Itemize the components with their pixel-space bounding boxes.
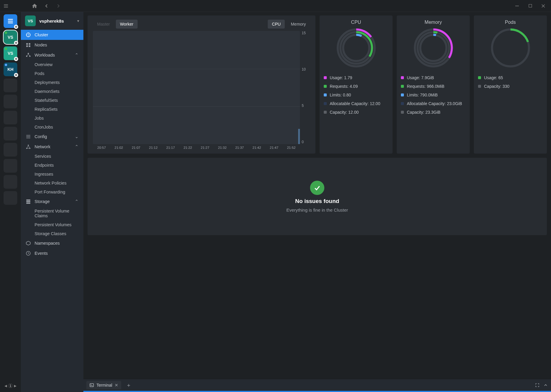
svg-point-41 xyxy=(343,35,369,61)
tab-master[interactable]: Master xyxy=(93,20,114,29)
svg-point-29 xyxy=(26,148,27,149)
svg-rect-16 xyxy=(26,43,28,45)
nav-label: Events xyxy=(35,251,48,256)
config-icon xyxy=(26,134,31,139)
svg-marker-37 xyxy=(26,241,30,245)
metric-title: CPU xyxy=(324,20,388,25)
helm-icon xyxy=(26,32,31,38)
nav-storage-classes[interactable]: Storage Classes xyxy=(21,229,83,238)
cluster-badge: VS xyxy=(25,15,36,26)
nav-workloads[interactable]: Workloads ⌃ xyxy=(21,50,83,60)
memory-donut xyxy=(401,28,466,68)
svg-rect-9 xyxy=(8,23,13,24)
hotbar-cluster-kh[interactable]: KH ⚙ xyxy=(4,63,17,76)
nav-network-portforward[interactable]: Port Forwarding xyxy=(21,188,83,196)
svg-point-28 xyxy=(28,145,29,146)
hotbar-empty-slot[interactable] xyxy=(4,95,17,108)
terminal-tab[interactable]: Terminal ✕ xyxy=(86,381,121,389)
cpu-panel: CPU Usage: 1.79Requests: 4.09Limits: 0.8… xyxy=(320,15,393,154)
nav-namespaces[interactable]: Namespaces xyxy=(21,238,83,248)
svg-rect-34 xyxy=(26,199,30,201)
hotbar-cluster-vs[interactable]: VS ⚙ xyxy=(4,30,17,44)
nav-events[interactable]: Events xyxy=(21,248,83,258)
nav-workloads-replicasets[interactable]: ReplicaSets xyxy=(21,105,83,114)
svg-point-11 xyxy=(28,35,29,35)
hotbar-label: VS xyxy=(8,35,13,40)
nav-storage-pvc[interactable]: Persistent Volume Claims xyxy=(21,207,83,220)
svg-rect-25 xyxy=(26,135,30,136)
minimize-button[interactable] xyxy=(512,2,522,10)
namespaces-icon xyxy=(26,240,31,246)
metric-title: Pods xyxy=(478,20,543,25)
hotbar-empty-slot[interactable] xyxy=(4,111,17,124)
add-tab-button[interactable]: ＋ xyxy=(124,382,133,389)
nav-workloads-overview[interactable]: Overview xyxy=(21,60,83,69)
nav-workloads-cronjobs[interactable]: CronJobs xyxy=(21,123,83,132)
nav-cluster[interactable]: Cluster xyxy=(21,30,83,40)
nav-network-policies[interactable]: Network Policies xyxy=(21,179,83,188)
chart-xaxis: 20:5721:0221:0721:1221:1721:2221:2721:32… xyxy=(93,146,300,149)
nav-workloads-deployments[interactable]: Deployments xyxy=(21,78,83,87)
sidebar: VS vspherek8s ▾ Cluster Nodes Workloads … xyxy=(21,12,83,392)
svg-line-23 xyxy=(27,54,29,56)
nav-storage[interactable]: Storage ⌃ xyxy=(21,196,83,207)
chart-yaxis: 151050 xyxy=(300,31,310,144)
hotbar-empty-slot[interactable] xyxy=(4,127,17,140)
chevron-up-icon: ⌃ xyxy=(75,199,79,204)
nav-label: Cluster xyxy=(35,32,48,37)
svg-point-47 xyxy=(420,35,446,61)
hotbar-empty-slot[interactable] xyxy=(4,175,17,189)
tab-worker[interactable]: Worker xyxy=(116,20,138,29)
nav-network-endpoints[interactable]: Endpoints xyxy=(21,161,83,170)
nav-workloads-daemonsets[interactable]: DaemonSets xyxy=(21,87,83,96)
nav-network-ingresses[interactable]: Ingresses xyxy=(21,170,83,179)
chart-panel: Master Worker CPU Memory 151050 20:5721:… xyxy=(88,15,315,154)
svg-rect-8 xyxy=(8,21,13,22)
home-icon[interactable] xyxy=(31,2,38,10)
hotbar-empty-slot[interactable] xyxy=(4,159,17,173)
nav-label: Namespaces xyxy=(35,241,60,246)
cluster-selector[interactable]: VS vspherek8s ▾ xyxy=(21,12,83,30)
forward-icon[interactable] xyxy=(55,2,62,10)
menu-icon[interactable] xyxy=(2,2,10,10)
memory-panel: Memory Usage: 7.9GiBRequests: 966.0MiBLi… xyxy=(397,15,470,154)
hotbar-empty-slot[interactable] xyxy=(4,191,17,205)
hotbar-label: KH xyxy=(7,67,13,72)
tab-memory[interactable]: Memory xyxy=(287,20,310,29)
close-icon[interactable]: ✕ xyxy=(115,383,118,388)
chevron-down-icon: ▾ xyxy=(77,18,79,23)
hotbar-cluster-vs2[interactable]: VS ⚙ xyxy=(4,46,17,60)
back-icon[interactable] xyxy=(43,2,50,10)
hotbar-empty-slot[interactable] xyxy=(4,143,17,157)
pods-panel: Pods Usage: 65Capacity: 330 xyxy=(474,15,547,154)
close-button[interactable] xyxy=(538,2,549,10)
maximize-button[interactable] xyxy=(525,2,536,10)
tab-cpu[interactable]: CPU xyxy=(268,20,285,29)
hotbar-label: VS xyxy=(8,51,13,56)
nav-label: Network xyxy=(35,144,50,149)
chevron-up-icon[interactable] xyxy=(543,383,548,388)
pager-next[interactable]: ▶ xyxy=(13,384,17,388)
nav-workloads-statefulsets[interactable]: StatefulSets xyxy=(21,96,83,105)
nav-storage-pv[interactable]: Persistent Volumes xyxy=(21,220,83,229)
nav-nodes[interactable]: Nodes xyxy=(21,40,83,50)
events-icon xyxy=(26,251,31,256)
hotbar-empty-slot[interactable] xyxy=(4,79,17,92)
svg-rect-36 xyxy=(26,203,30,204)
nav-config[interactable]: Config ⌄ xyxy=(21,132,83,142)
network-icon xyxy=(26,144,31,149)
gear-icon: ⚙ xyxy=(14,57,18,61)
nav-network-services[interactable]: Services xyxy=(21,152,83,161)
nav-network[interactable]: Network ⌃ xyxy=(21,142,83,152)
fullscreen-icon[interactable] xyxy=(535,383,540,388)
svg-point-22 xyxy=(29,56,31,57)
check-icon xyxy=(310,181,324,195)
pager-prev[interactable]: ◀ xyxy=(4,384,7,388)
hotbar-catalog[interactable]: ⚙ xyxy=(4,14,17,28)
nav-workloads-jobs[interactable]: Jobs xyxy=(21,114,83,123)
chevron-down-icon: ⌄ xyxy=(75,134,79,139)
cluster-name: vspherek8s xyxy=(39,18,64,24)
nav-label: Storage xyxy=(35,199,50,204)
nav-workloads-pods[interactable]: Pods xyxy=(21,69,83,78)
terminal-icon xyxy=(89,383,94,388)
